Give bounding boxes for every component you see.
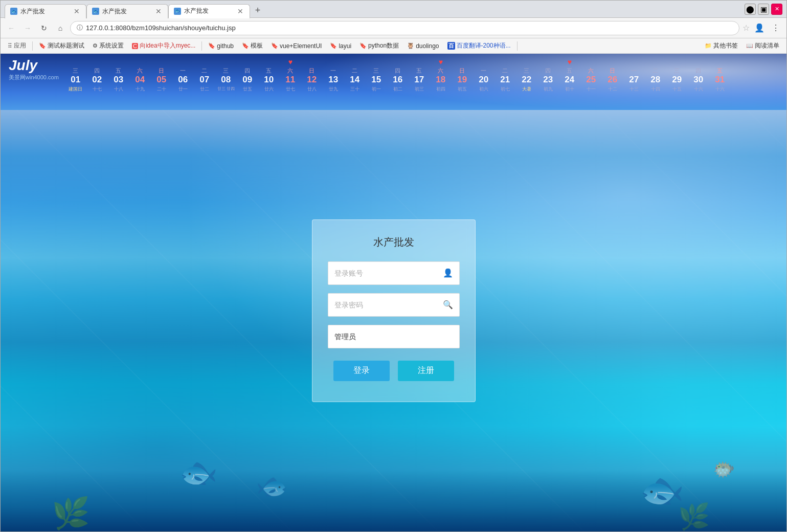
address-bar-input-wrap[interactable]: ⓘ 127.0.0.1:8080/bzm109shuichan/shouye/t… xyxy=(70,21,739,35)
tab-2-close[interactable]: ✕ xyxy=(154,6,163,16)
bm-duolingo[interactable]: 🦉 duolingo xyxy=(404,41,442,51)
role-select[interactable]: 管理员 普通用户 xyxy=(328,325,460,348)
bm-other-bookmarks[interactable]: 📁 其他书签 xyxy=(702,40,741,51)
water-surface xyxy=(1,110,786,202)
bm-favicon-duolingo: 🦉 xyxy=(407,42,414,49)
cal-weekday-row: 三 四 五 六 日 一 二 三 四 五 六 日 一 二 三 xyxy=(65,67,778,75)
bm-favicon-template: 🔖 xyxy=(242,42,249,49)
calendar-banner: July 美景网win4000.com ♥ ♥ ♥ xyxy=(1,54,786,110)
bm-separator-1 xyxy=(32,41,33,51)
bm-separator-3 xyxy=(517,41,518,51)
tab-1[interactable]: 🐟 水产批发 ✕ xyxy=(5,4,86,18)
bookmarks-bar: ⠿ 应用 🔖 测试标题测试 ⚙ 系统设置 C 向idea中导入myec... 🔖… xyxy=(1,38,786,54)
bm-favicon-github: 🔖 xyxy=(208,42,215,49)
bm-favicon-other: 📁 xyxy=(705,42,712,49)
tab-3-title: 水产批发 xyxy=(184,7,233,15)
cal-days-container: ♥ ♥ ♥ 三 四 五 六 日 一 二 xyxy=(65,58,778,93)
password-input[interactable] xyxy=(334,301,439,309)
window-controls: ⬤ ▣ ✕ xyxy=(745,4,782,15)
fish-decoration-1: 🐟 xyxy=(179,454,218,491)
bm-favicon-layui: 🔖 xyxy=(330,42,337,49)
bm-favicon-vue: 🔖 xyxy=(271,42,278,49)
forward-button[interactable]: → xyxy=(21,21,34,35)
tab-3-close[interactable]: ✕ xyxy=(236,6,244,16)
bm-idea[interactable]: C 向idea中导入myec... xyxy=(129,40,198,51)
bm-favicon-2: ⚙ xyxy=(93,42,98,49)
tab-1-title: 水产批发 xyxy=(20,7,70,16)
address-bar: ← → ↻ ⌂ ⓘ 127.0.0.1:8080/bzm109shuichan/… xyxy=(1,18,786,38)
user-profile-icon[interactable]: 👤 xyxy=(753,21,766,35)
login-title: 水产批发 xyxy=(328,235,460,249)
tab-3[interactable]: 🐟 水产批发 ✕ xyxy=(168,4,250,18)
close-button[interactable]: ✕ xyxy=(771,4,782,15)
tab-bar: 🐟 水产批发 ✕ 🐟 水产批发 ✕ 🐟 水产批发 ✕ + xyxy=(5,1,745,18)
cal-brand-block: July 美景网win4000.com xyxy=(9,58,59,81)
bm-separator-2 xyxy=(201,41,202,51)
seaweed-2: 🌿 xyxy=(678,502,710,531)
lock-icon: ⓘ xyxy=(77,24,83,32)
bm-github[interactable]: 🔖 github xyxy=(205,41,237,51)
fish-decoration-4: 🐡 xyxy=(713,459,735,480)
cal-lunar-row: 建国日 十七 十八 十九 二十 廿一 廿二 廿三 廿四 廿五 廿六 廿七 廿八 … xyxy=(65,86,778,93)
title-bar: 🐟 水产批发 ✕ 🐟 水产批发 ✕ 🐟 水产批发 ✕ + ⬤ ▣ ✕ xyxy=(1,1,786,18)
bm-favicon-reading: 📖 xyxy=(746,42,753,49)
browser-window: 🐟 水产批发 ✕ 🐟 水产批发 ✕ 🐟 水产批发 ✕ + ⬤ ▣ ✕ xyxy=(0,0,787,532)
bm-system-settings[interactable]: ⚙ 系统设置 xyxy=(89,40,127,51)
apps-label: 应用 xyxy=(14,41,26,50)
bm-ce-test[interactable]: 🔖 测试标题测试 xyxy=(36,40,87,51)
browser-menu-icon[interactable]: ⋮ xyxy=(769,21,782,35)
tab-2[interactable]: 🐟 水产批发 ✕ xyxy=(86,4,168,18)
cal-heart-18: ♥ xyxy=(430,58,452,67)
apps-button[interactable]: ⠿ 应用 xyxy=(5,40,29,51)
search-eye-icon: 🔍 xyxy=(443,300,453,309)
cal-heart-11: ♥ xyxy=(280,58,301,67)
cal-month-label: July xyxy=(9,58,59,74)
bm-reading-list[interactable]: 📖 阅读清单 xyxy=(743,40,782,51)
maximize-button[interactable]: ▣ xyxy=(758,4,769,15)
bm-favicon-1: 🔖 xyxy=(39,42,46,49)
login-buttons: 登录 注册 xyxy=(328,361,460,381)
fish-decoration-2: 🐟 xyxy=(256,471,288,501)
apps-grid-icon: ⠿ xyxy=(8,42,12,50)
fish-decoration-3: 🐟 xyxy=(640,469,684,511)
bm-favicon-3: C xyxy=(132,43,138,49)
new-tab-button[interactable]: + xyxy=(250,4,265,18)
register-button[interactable]: 注册 xyxy=(398,361,454,381)
username-field: 👤 xyxy=(328,261,460,285)
minimize-button[interactable]: ⬤ xyxy=(745,4,756,15)
reload-button[interactable]: ↻ xyxy=(37,21,51,35)
tab-3-favicon: 🐟 xyxy=(174,8,181,15)
cal-heart-25: ♥ xyxy=(559,58,580,67)
user-icon: 👤 xyxy=(443,268,453,278)
login-card: 水产批发 👤 🔍 管理员 普通用户 登录 注册 xyxy=(312,219,476,402)
tab-1-close[interactable]: ✕ xyxy=(73,6,81,16)
bm-vue-elementui[interactable]: 🔖 vue+ElementUI xyxy=(268,41,325,51)
password-field: 🔍 xyxy=(328,293,460,317)
cal-brand-text: 美景网win4000.com xyxy=(9,74,59,81)
cal-content: July 美景网win4000.com ♥ ♥ ♥ xyxy=(1,54,786,97)
tab-2-title: 水产批发 xyxy=(102,7,151,16)
login-button[interactable]: 登录 xyxy=(333,361,390,381)
tab-2-favicon: 🐟 xyxy=(92,8,99,15)
back-button[interactable]: ← xyxy=(5,21,18,35)
cal-dates-row: 01 02 03 04 05 06 07 08 09 10 11 12 13 1… xyxy=(65,75,778,85)
address-text: 127.0.0.1:8080/bzm109shuichan/shouye/tui… xyxy=(86,24,733,32)
bm-baidu-translate[interactable]: 百 百度翻译-200种语... xyxy=(444,40,514,51)
tab-1-favicon: 🐟 xyxy=(10,8,17,15)
bm-favicon-python: 🔖 xyxy=(359,42,367,49)
seaweed-1: 🌿 xyxy=(52,495,90,531)
home-button[interactable]: ⌂ xyxy=(54,21,67,35)
bm-template[interactable]: 🔖 模板 xyxy=(239,40,266,51)
username-input[interactable] xyxy=(334,269,439,277)
bm-layui[interactable]: 🔖 layui xyxy=(327,41,354,51)
bm-python[interactable]: 🔖 python数据 xyxy=(356,40,402,51)
bm-favicon-baidu: 百 xyxy=(447,42,455,50)
main-content: 🐟 🐟 🐟 🐡 🌿 🌿 水产批发 👤 🔍 管理员 普通用户 xyxy=(1,110,786,531)
bookmark-star-icon[interactable]: ☆ xyxy=(743,23,750,33)
